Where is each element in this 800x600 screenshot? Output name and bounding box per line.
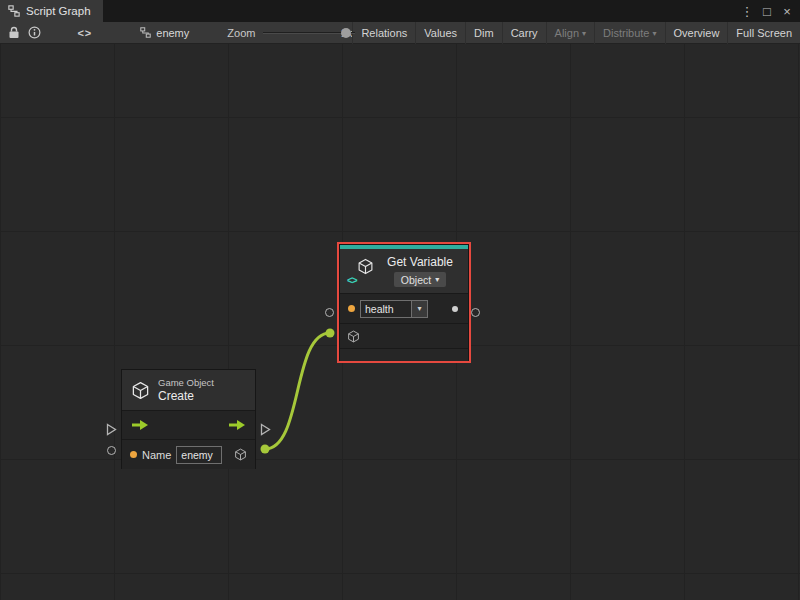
- variable-kind-value: Object: [401, 274, 431, 286]
- variable-name-dropdown[interactable]: ▾: [412, 300, 428, 318]
- variable-name-field[interactable]: [360, 300, 412, 318]
- gameobject-cube-icon: [347, 330, 360, 343]
- overview-button[interactable]: Overview: [665, 22, 728, 44]
- node-footer: [340, 349, 468, 361]
- zoom-label: Zoom: [227, 27, 255, 39]
- flow-in-arrow-icon: [132, 420, 148, 430]
- flow-row: [122, 411, 255, 439]
- titlebar: Script Graph ⋮ □ ×: [0, 0, 800, 22]
- name-input-port[interactable]: [107, 446, 116, 455]
- variable-cube-icon: <>: [348, 258, 374, 284]
- variable-kind-dropdown[interactable]: Object ▾: [394, 272, 446, 287]
- flow-input-port[interactable]: [106, 422, 117, 440]
- node-title: Create: [158, 389, 214, 403]
- tab-script-graph[interactable]: Script Graph: [0, 0, 103, 22]
- graph-icon: [8, 5, 20, 17]
- caret-down-icon: ▾: [435, 275, 439, 284]
- values-button[interactable]: Values: [415, 22, 465, 44]
- node-subtitle: Game Object: [158, 377, 214, 388]
- name-label: Name: [142, 449, 171, 461]
- tab-label: Script Graph: [26, 5, 91, 17]
- flow-output-port[interactable]: [260, 422, 271, 440]
- name-row: Name: [122, 440, 255, 469]
- graph-icon: [140, 27, 151, 38]
- caret-down-icon: ▾: [582, 29, 586, 38]
- zoom-slider[interactable]: [263, 22, 334, 44]
- dim-button[interactable]: Dim: [465, 22, 502, 44]
- info-icon[interactable]: [28, 22, 41, 44]
- node-title: Get Variable: [387, 255, 453, 269]
- caret-down-icon: ▾: [653, 29, 657, 38]
- toolbar: <> enemy Zoom 1x Relations Values Dim Ca…: [0, 22, 800, 44]
- value-output-port[interactable]: [471, 308, 480, 317]
- node-header[interactable]: <> Get Variable Object ▾: [340, 249, 468, 293]
- source-object-row: [340, 324, 468, 348]
- gameobject-cube-icon: [131, 381, 150, 400]
- flow-out-arrow-icon: [229, 420, 245, 430]
- align-button: Align▾: [546, 22, 594, 44]
- caret-down-icon: ▾: [417, 304, 421, 313]
- value-output-icon: [452, 306, 458, 312]
- node-create[interactable]: Game Object Create Name: [121, 369, 256, 469]
- maximize-icon[interactable]: □: [758, 4, 776, 19]
- connection-wire[interactable]: [265, 333, 330, 449]
- fullscreen-button[interactable]: Full Screen: [727, 22, 800, 44]
- toolbar-buttons: Relations Values Dim Carry Align▾ Distri…: [352, 22, 800, 44]
- node-header[interactable]: Game Object Create: [122, 370, 255, 410]
- menu-icon[interactable]: ⋮: [738, 4, 756, 19]
- zoom-handle[interactable]: [341, 28, 351, 38]
- variable-name-row: ▾: [340, 294, 468, 323]
- code-icon: <>: [347, 275, 357, 286]
- node-get-variable[interactable]: <> Get Variable Object ▾ ▾: [339, 244, 469, 361]
- close-icon[interactable]: ×: [778, 4, 796, 19]
- string-port-icon: [348, 305, 355, 312]
- name-input-port[interactable]: [325, 308, 334, 317]
- graph-name-group: enemy: [140, 27, 189, 39]
- distribute-button: Distribute▾: [594, 22, 664, 44]
- graph-canvas[interactable]: <> Get Variable Object ▾ ▾: [0, 44, 800, 600]
- gameobject-output-cube-icon: [234, 448, 247, 461]
- code-icon[interactable]: <>: [77, 27, 92, 39]
- relations-button[interactable]: Relations: [352, 22, 415, 44]
- port-connected-input[interactable]: [326, 329, 335, 338]
- carry-button[interactable]: Carry: [502, 22, 546, 44]
- graph-name: enemy: [156, 27, 189, 39]
- lock-icon[interactable]: [8, 22, 20, 44]
- name-field[interactable]: [176, 446, 222, 464]
- port-connected-output[interactable]: [261, 445, 270, 454]
- string-port-icon: [130, 451, 137, 458]
